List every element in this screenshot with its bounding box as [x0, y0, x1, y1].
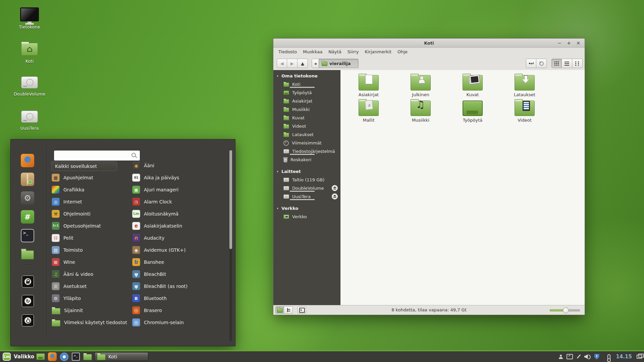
files-icon[interactable] — [21, 248, 34, 261]
sidebar-item-videot[interactable]: Videot — [273, 122, 340, 130]
list-view-button[interactable] — [562, 59, 572, 68]
launcher-terminal[interactable] — [71, 352, 80, 361]
launcher-firefox[interactable] — [48, 352, 57, 361]
forward-button[interactable]: ▶ — [287, 59, 298, 68]
application-audacity[interactable]: ∩Audacity — [131, 232, 227, 244]
category-apuohjelmat[interactable]: ▦Apuohjelmat — [50, 172, 128, 184]
sidebar-item-koti[interactable]: Koti — [273, 80, 340, 88]
sidebar-item-työpöytä[interactable]: Työpöytä — [273, 88, 340, 97]
sidebar-item-doublevolume[interactable]: DoubleVolume — [273, 184, 340, 192]
menubar-item-tiedosto[interactable]: Tiedosto — [275, 48, 300, 56]
application-aloitusnäkymä[interactable]: LmAloitusnäkymä — [131, 208, 227, 220]
all-applications-button[interactable]: Kaikki sovellukset — [51, 161, 117, 171]
sidebar-item-kuvat[interactable]: Kuvat — [273, 114, 340, 122]
application-ääni[interactable]: ◉Ääni — [131, 160, 227, 172]
chat-icon[interactable] — [21, 210, 34, 224]
category-wine[interactable]: ⊞Wine — [50, 256, 128, 268]
category-pelit[interactable]: ∷Pelit — [50, 232, 128, 244]
file-lataukset[interactable]: Lataukset — [503, 74, 546, 97]
sidebar-item-roskakori[interactable]: Roskakori — [273, 156, 340, 164]
desktop-icon-uusitera[interactable]: UusiTera — [13, 111, 46, 131]
menu-scrollbar[interactable] — [229, 149, 232, 341]
application-avidemux-gtk-[interactable]: ◉Avidemux (GTK+) — [131, 244, 227, 256]
close-icon[interactable]: × — [575, 40, 581, 46]
file-musiikki[interactable]: Musiikki — [399, 100, 442, 123]
window-list-icon[interactable] — [637, 355, 642, 359]
category-toimisto[interactable]: ▤Toimisto — [50, 244, 128, 256]
sidebar-item-musiikki[interactable]: Musiikki — [273, 105, 340, 114]
application-aika-ja-päiväys[interactable]: 01Aika ja päiväys — [131, 172, 227, 184]
screen-pen-icon[interactable] — [567, 354, 573, 359]
shutdown-button[interactable] — [22, 314, 34, 326]
launcher-files[interactable] — [83, 352, 92, 361]
sidebar-item-viimeisimmät[interactable]: Viimeisimmät — [273, 139, 340, 147]
menubar-item-ohje[interactable]: Ohje — [394, 48, 411, 56]
compact-view-button[interactable] — [572, 59, 583, 68]
sidebar-section-header[interactable]: ▾Laitteet — [273, 167, 340, 176]
sidebar-item-taltio-119-gb-[interactable]: Taltio (119 GB) — [273, 176, 340, 184]
stylus-icon[interactable] — [576, 354, 581, 359]
application-bleachbit[interactable]: ψBleachBit — [131, 268, 227, 280]
search-input[interactable] — [54, 150, 140, 161]
firefox-icon[interactable] — [21, 154, 34, 167]
file-julkinen[interactable]: Julkinen — [399, 74, 442, 97]
icon-view-button[interactable] — [551, 59, 562, 68]
up-button[interactable]: ▲ — [298, 59, 308, 68]
eject-icon[interactable] — [332, 193, 338, 199]
application-brasero[interactable]: ◎Brasero — [131, 304, 227, 316]
system-tools-icon[interactable] — [21, 191, 34, 205]
category-internet[interactable]: ◎Internet — [50, 196, 128, 208]
category-ääni-video[interactable]: ♫Ääni & video — [50, 268, 128, 280]
file-työpöytä[interactable]: Työpöytä — [451, 100, 494, 123]
titlebar[interactable]: Koti −+× — [273, 39, 585, 48]
sidebar-item-tiedostojärjestelmä[interactable]: Tiedostojärjestelmä — [273, 147, 340, 156]
category-viimeksi-käytetyt-tiedostot[interactable]: Viimeksi käytetyt tiedostot — [50, 316, 128, 328]
maximize-icon[interactable]: + — [566, 40, 572, 46]
zoom-slider[interactable] — [550, 309, 580, 311]
eject-icon[interactable] — [332, 185, 338, 191]
sidebar-item-verkko[interactable]: Verkko — [273, 213, 340, 221]
clock[interactable]: 14.15 — [616, 354, 632, 360]
breadcrumb-button[interactable]: vierailija — [319, 59, 359, 68]
application-banshee[interactable]: bBanshee — [131, 256, 227, 268]
desktop-icon-koti[interactable]: ⌂Koti — [13, 43, 46, 64]
user-icon[interactable] — [558, 355, 563, 359]
scrollbar-thumb[interactable] — [229, 150, 232, 249]
menubar-item-kirjanmerkit[interactable]: Kirjanmerkit — [362, 48, 394, 56]
breadcrumb-scroll-left-button[interactable]: ◂ — [312, 59, 319, 68]
category-ohjelmointi[interactable]: ⚒Ohjelmointi — [50, 208, 128, 220]
slider-thumb[interactable] — [563, 307, 569, 313]
location-entry-button[interactable] — [526, 59, 536, 68]
menubar-item-näytä[interactable]: Näytä — [325, 48, 344, 56]
file-asiakirjat[interactable]: Asiakirjat — [347, 74, 390, 97]
volume-icon[interactable] — [584, 354, 591, 359]
update-shield-icon[interactable] — [594, 354, 599, 360]
application-ajuri-manageri[interactable]: ▣Ajuri manageri — [131, 184, 227, 196]
sidebar-section-header[interactable]: ▾Oma tietokone — [273, 71, 340, 80]
category-opetusohjelmat[interactable]: 3+1Opetusohjelmat — [50, 220, 128, 232]
category-ylläpito[interactable]: ⚙Ylläpito — [50, 292, 128, 304]
software-manager-icon[interactable] — [21, 173, 34, 186]
lock-button[interactable] — [22, 276, 34, 288]
desktop-icon-doublevolume[interactable]: DoubleVolume — [13, 76, 46, 97]
search-button[interactable] — [536, 59, 547, 68]
file-videot[interactable]: Videot — [503, 100, 546, 123]
desktop-icon-tietokone[interactable]: Tietokone — [13, 7, 46, 29]
file-mallit[interactable]: Mallit — [347, 100, 390, 123]
terminal-icon[interactable] — [21, 229, 34, 242]
logout-button[interactable] — [22, 295, 34, 307]
task-button-koti[interactable]: Koti — [95, 352, 148, 361]
application-chromium-selain[interactable]: ◎Chromium-selain — [131, 316, 227, 328]
back-button[interactable]: ◀ — [277, 59, 287, 68]
category-asetukset[interactable]: ☰Asetukset — [50, 280, 128, 292]
sidebar-section-header[interactable]: ▾Verkko — [273, 204, 340, 213]
menubar-item-siirry[interactable]: Siirry — [344, 48, 362, 56]
application-bluetooth[interactable]: BBluetooth — [131, 292, 227, 304]
application-bleachbit-as-root-[interactable]: ψBleachBit (as root) — [131, 280, 227, 292]
sidebar-item-asiakirjat[interactable]: Asiakirjat — [273, 97, 340, 105]
application-asiakirjakatselin[interactable]: eAsiakirjakatselin — [131, 220, 227, 232]
file-kuvat[interactable]: Kuvat — [451, 74, 494, 97]
sidebar-item-lataukset[interactable]: Lataukset — [273, 130, 340, 139]
launcher-chromium[interactable] — [60, 352, 68, 361]
menubar-item-muokkaa[interactable]: Muokkaa — [300, 48, 325, 56]
